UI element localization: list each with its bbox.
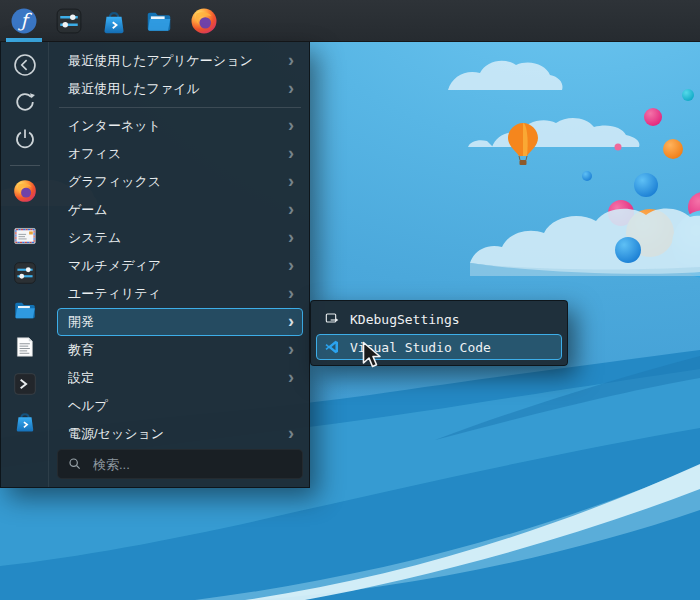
kdebugsettings-icon — [324, 311, 340, 327]
menu-item-games[interactable]: ゲーム › — [57, 196, 303, 224]
menu-item-label: インターネット — [68, 117, 288, 135]
menu-item-development[interactable]: 開発 › — [57, 308, 303, 336]
taskbar-filemanager-button[interactable] — [143, 5, 175, 37]
chevron-right-icon: › — [288, 79, 294, 97]
menu-item-multimedia[interactable]: マルチメディア › — [57, 252, 303, 280]
chevron-right-icon: › — [288, 256, 294, 274]
menu-item-label: オフィス — [68, 145, 288, 163]
discover-bag-icon — [99, 6, 129, 36]
submenu-item-vscode[interactable]: Visual Studio Code — [316, 334, 562, 360]
chevron-right-icon: › — [288, 228, 294, 246]
sidebar-favorite-kate[interactable] — [7, 331, 43, 363]
chevron-right-icon: › — [288, 340, 294, 358]
chevron-right-icon: › — [288, 424, 294, 442]
menu-item-internet[interactable]: インターネット › — [57, 112, 303, 140]
menu-item-system[interactable]: システム › — [57, 224, 303, 252]
wallpaper-cloud-bank — [470, 208, 700, 276]
menu-item-recent-apps[interactable]: 最近使用したアプリケーション › — [57, 47, 303, 75]
sidebar-favorite-konsole[interactable] — [7, 368, 43, 400]
folder-icon — [144, 6, 174, 36]
menu-item-help[interactable]: ヘルプ — [57, 392, 303, 420]
sidebar-favorite-systemsettings[interactable] — [7, 257, 43, 289]
sidebar-favorite-discover[interactable] — [7, 405, 43, 437]
sidebar-restart-button[interactable] — [7, 86, 43, 118]
vscode-icon — [324, 339, 340, 355]
search-icon — [67, 456, 83, 472]
menu-item-label: ゲーム — [68, 201, 288, 219]
application-launcher-menu: 最近使用したアプリケーション › 最近使用したファイル › インターネット › … — [0, 42, 310, 488]
launcher-category-list: 最近使用したアプリケーション › 最近使用したファイル › インターネット › … — [49, 42, 309, 487]
submenu-item-label: KDebugSettings — [350, 312, 460, 327]
taskbar-firefox-button[interactable] — [188, 5, 220, 37]
menu-item-label: マルチメディア — [68, 257, 288, 275]
menu-item-label: 最近使用したアプリケーション — [68, 52, 288, 70]
development-submenu: KDebugSettings Visual Studio Code — [310, 300, 568, 366]
menu-item-label: 教育 — [68, 341, 288, 359]
menu-item-settings[interactable]: 設定 › — [57, 364, 303, 392]
top-panel: ƒ — [0, 0, 700, 42]
search-input[interactable] — [91, 456, 293, 473]
search-field[interactable] — [57, 449, 303, 479]
chevron-right-icon: › — [288, 200, 294, 218]
sidebar-back-button[interactable] — [7, 49, 43, 81]
terminal-icon — [12, 371, 38, 397]
sidebar-separator — [10, 165, 40, 166]
back-icon — [12, 52, 38, 78]
shutdown-icon — [12, 126, 38, 152]
menu-item-education[interactable]: 教育 › — [57, 336, 303, 364]
text-document-icon — [12, 334, 38, 360]
menu-item-graphics[interactable]: グラフィックス › — [57, 168, 303, 196]
chevron-right-icon: › — [288, 144, 294, 162]
taskbar-launcher-button[interactable]: ƒ — [8, 5, 40, 37]
settings-sliders-icon — [54, 6, 84, 36]
menu-item-label: ヘルプ — [68, 397, 294, 415]
desktop-screen: ƒ — [0, 0, 700, 600]
firefox-icon — [189, 6, 219, 36]
sidebar-favorite-dolphin[interactable] — [7, 294, 43, 326]
submenu-item-label: Visual Studio Code — [350, 340, 491, 355]
chevron-right-icon: › — [288, 312, 294, 330]
menu-item-recent-files[interactable]: 最近使用したファイル › — [57, 75, 303, 103]
launcher-sidebar — [1, 42, 49, 487]
sidebar-shutdown-button[interactable] — [7, 123, 43, 155]
menu-item-label: 最近使用したファイル — [68, 80, 288, 98]
chevron-right-icon: › — [288, 368, 294, 386]
menu-item-label: システム — [68, 229, 288, 247]
settings-sliders-icon — [12, 260, 38, 286]
hot-air-balloon — [508, 123, 538, 165]
menu-item-label: 開発 — [68, 313, 288, 331]
menu-item-utilities[interactable]: ユーティリティ › — [57, 280, 303, 308]
menu-item-label: 設定 — [68, 369, 288, 387]
taskbar-discover-button[interactable] — [98, 5, 130, 37]
menu-item-label: グラフィックス — [68, 173, 288, 191]
chevron-right-icon: › — [288, 51, 294, 69]
menu-item-label: ユーティリティ — [68, 285, 288, 303]
sidebar-favorite-kmail[interactable] — [7, 220, 43, 252]
menu-item-label: 電源/セッション — [68, 425, 288, 443]
menu-separator — [59, 107, 301, 108]
chevron-right-icon: › — [288, 284, 294, 302]
fedora-logo-icon: ƒ — [9, 6, 39, 36]
firefox-icon — [12, 178, 38, 204]
sidebar-favorite-firefox[interactable] — [7, 175, 43, 207]
submenu-item-kdebugsettings[interactable]: KDebugSettings — [316, 306, 562, 332]
taskbar-systemsettings-button[interactable] — [53, 5, 85, 37]
discover-bag-icon — [12, 408, 38, 434]
menu-item-office[interactable]: オフィス › — [57, 140, 303, 168]
restart-icon — [12, 89, 38, 115]
mail-icon — [12, 223, 38, 249]
menu-item-power-session[interactable]: 電源/セッション › — [57, 420, 303, 448]
chevron-right-icon: › — [288, 172, 294, 190]
folder-icon — [12, 297, 38, 323]
chevron-right-icon: › — [288, 116, 294, 134]
